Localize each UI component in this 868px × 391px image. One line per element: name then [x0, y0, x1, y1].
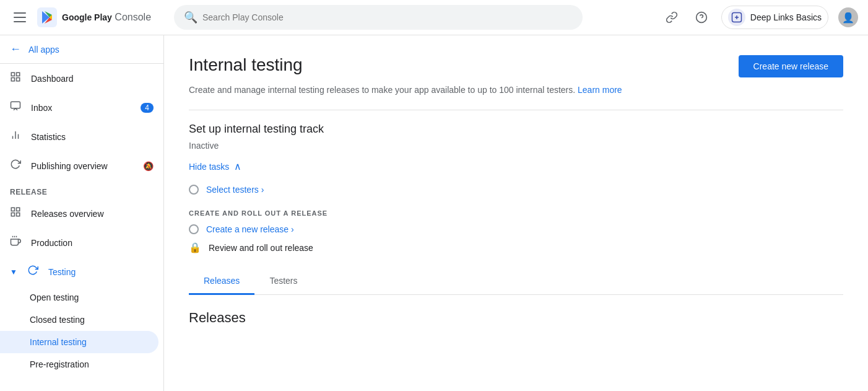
production-icon — [10, 235, 21, 250]
topbar: Google Play Console 🔍 Deep Links Basics … — [0, 0, 868, 35]
sidebar-item-label: Publishing overview — [31, 161, 108, 171]
topbar-right: Deep Links Basics 👤 — [662, 6, 858, 29]
status-text: Inactive — [189, 141, 843, 151]
select-testers-link[interactable]: Select testers › — [206, 185, 264, 195]
help-icon — [695, 11, 708, 24]
task-item-create-release: Create a new release › — [189, 224, 843, 234]
internal-testing-label: Internal testing — [30, 337, 87, 347]
link-icon-button[interactable] — [662, 7, 682, 27]
help-icon-button[interactable] — [692, 7, 711, 27]
hamburger-icon — [11, 10, 28, 25]
sidebar-subitem-open-testing[interactable]: Open testing — [0, 286, 163, 309]
closed-testing-label: Closed testing — [30, 315, 85, 325]
sidebar-subitem-pre-registration[interactable]: Pre-registration — [0, 353, 163, 376]
tabs: Releases Testers — [189, 268, 843, 295]
create-new-release-link[interactable]: Create a new release › — [206, 224, 294, 234]
sidebar-item-dashboard[interactable]: Dashboard — [0, 64, 163, 93]
sidebar-item-statistics[interactable]: Statistics — [0, 122, 163, 151]
task-circle-icon — [189, 185, 199, 195]
release-section-label: Release — [0, 180, 163, 199]
testing-icon — [27, 265, 38, 279]
task-circle-2-icon — [189, 224, 199, 234]
sidebar-item-label: Inbox — [31, 103, 52, 113]
mute-icon: 🔕 — [143, 161, 154, 171]
sidebar-item-publishing-overview[interactable]: Publishing overview 🔕 — [0, 151, 163, 180]
sidebar-item-inbox[interactable]: Inbox 4 — [0, 93, 163, 122]
task-list: Select testers › — [189, 185, 843, 195]
sidebar-item-label: Releases overview — [31, 209, 104, 219]
chevron-up-icon: ∧ — [234, 160, 241, 172]
main-layout: ← All apps Dashboard Inbox 4 Statistics — [0, 35, 868, 391]
sidebar-item-label: Production — [31, 238, 72, 248]
sidebar-subitem-internal-testing[interactable]: Internal testing — [0, 331, 158, 353]
publishing-overview-icon — [10, 159, 21, 173]
dashboard-icon — [10, 71, 21, 86]
app-badge-name: Deep Links Basics — [750, 12, 822, 22]
sidebar-subitem-closed-testing[interactable]: Closed testing — [0, 309, 163, 331]
lock-icon: 🔒 — [189, 242, 201, 253]
learn-more-link[interactable]: Learn more — [578, 85, 622, 95]
svg-rect-8 — [11, 72, 14, 76]
all-apps-label: All apps — [28, 45, 59, 55]
page-description-text: Create and manage internal testing relea… — [189, 85, 575, 95]
pre-registration-label: Pre-registration — [30, 359, 89, 369]
page-header: Internal testing Create new release — [189, 55, 843, 77]
svg-rect-10 — [11, 78, 14, 81]
hamburger-menu-button[interactable] — [10, 7, 30, 27]
review-label: Review and roll out release — [209, 243, 313, 253]
open-testing-label: Open testing — [30, 292, 79, 302]
statistics-icon — [10, 130, 21, 144]
back-arrow-icon: ← — [10, 43, 21, 56]
svg-rect-19 — [17, 213, 20, 216]
sidebar-item-label: Dashboard — [31, 74, 74, 84]
sidebar: ← All apps Dashboard Inbox 4 Statistics — [0, 35, 164, 391]
page-description: Create and manage internal testing relea… — [189, 85, 843, 95]
svg-rect-16 — [11, 208, 14, 211]
search-icon: 🔍 — [184, 11, 197, 24]
search-input[interactable] — [202, 12, 573, 22]
tab-testers[interactable]: Testers — [254, 268, 312, 295]
logo-area: Google Play Console — [37, 7, 151, 27]
task-item-select-testers: Select testers › — [189, 185, 843, 195]
page-title: Internal testing — [189, 55, 303, 75]
hide-tasks-label: Hide tasks — [189, 162, 229, 172]
search-bar[interactable]: 🔍 — [174, 5, 583, 30]
releases-overview-icon — [10, 206, 21, 221]
link-icon — [666, 11, 678, 24]
sidebar-item-label: Statistics — [31, 132, 66, 142]
svg-rect-11 — [17, 78, 20, 81]
svg-rect-18 — [11, 213, 14, 216]
svg-rect-9 — [17, 72, 20, 76]
content-area: Internal testing Create new release Crea… — [164, 35, 868, 391]
task-item-review: 🔒 Review and roll out release — [189, 242, 843, 253]
topbar-left: Google Play Console — [10, 7, 174, 27]
google-play-logo-icon — [37, 7, 57, 27]
setup-section-title: Set up internal testing track — [189, 123, 843, 136]
divider-1 — [189, 110, 843, 110]
tab-releases[interactable]: Releases — [189, 268, 254, 295]
sidebar-item-testing[interactable]: ▼ Testing — [0, 257, 163, 286]
create-rollout-label: CREATE AND ROLL OUT A RELEASE — [189, 209, 843, 217]
svg-rect-12 — [11, 102, 20, 108]
testing-arrow-icon: ▼ — [10, 268, 17, 276]
app-badge-icon — [728, 9, 745, 26]
sidebar-item-label: Testing — [48, 267, 76, 277]
task-list-release: Create a new release › 🔒 Review and roll… — [189, 224, 843, 253]
avatar[interactable]: 👤 — [838, 7, 858, 27]
app-badge[interactable]: Deep Links Basics — [721, 6, 828, 29]
svg-rect-17 — [17, 208, 20, 211]
inbox-badge: 4 — [141, 103, 154, 113]
create-new-release-button[interactable]: Create new release — [739, 55, 843, 77]
sidebar-item-production[interactable]: Production — [0, 228, 163, 257]
releases-section-title: Releases — [189, 310, 843, 326]
sidebar-item-releases-overview[interactable]: Releases overview — [0, 199, 163, 228]
all-apps-button[interactable]: ← All apps — [0, 35, 163, 64]
hide-tasks-toggle[interactable]: Hide tasks ∧ — [189, 160, 843, 172]
logo-text: Google Play Console — [62, 12, 151, 23]
inbox-icon — [10, 100, 21, 115]
